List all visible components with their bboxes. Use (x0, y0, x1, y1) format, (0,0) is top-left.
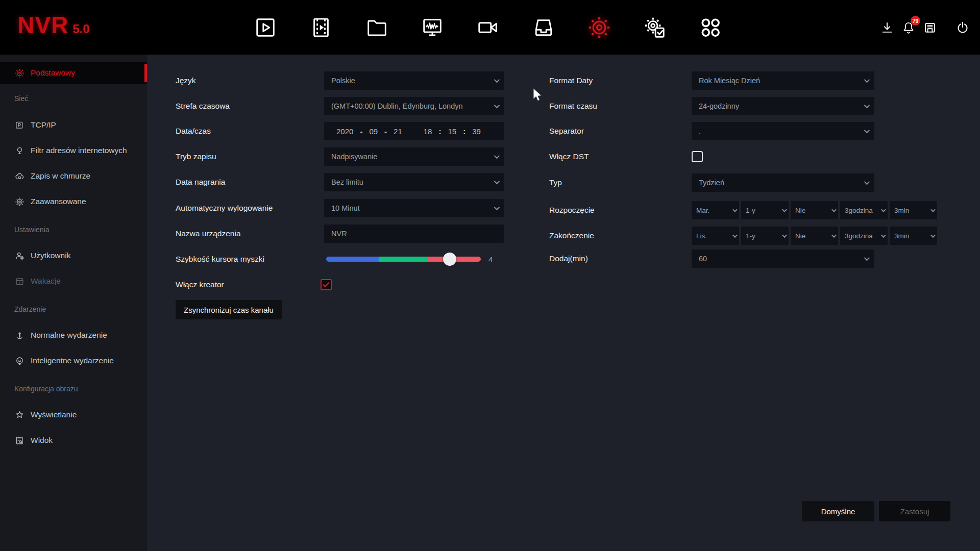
sidebar-item-zaawansowane[interactable]: Zaawansowane (0, 191, 147, 212)
dst-start-hour-select[interactable]: 3godzina (840, 201, 888, 219)
dst-start-month-value: Mar. (696, 207, 709, 214)
camera-icon[interactable] (476, 16, 500, 39)
chevron-down-icon (494, 205, 500, 210)
auto-logout-select[interactable]: 10 Minut (324, 199, 504, 217)
timezone-value: (GMT+00:00) Dublin, Edynburg, Londyn (331, 102, 463, 110)
notification-badge: 79 (911, 16, 920, 26)
dst-start-minute-select[interactable]: 3min (890, 201, 937, 219)
check-icon (322, 281, 330, 289)
time-format-select[interactable]: 24-godzinny (692, 97, 874, 115)
backup-device-icon[interactable] (923, 20, 937, 35)
sidebar-item-label: Wakacje (31, 277, 61, 286)
enable-dst-checkbox[interactable] (692, 151, 703, 162)
year-field[interactable]: 2020 (336, 127, 353, 136)
auto-logout-value: 10 Minut (331, 204, 360, 212)
settings-gear-icon[interactable] (587, 16, 611, 39)
record-mode-label: Tryb zapisu (176, 147, 216, 166)
gear-icon (14, 68, 25, 79)
month-field[interactable]: 09 (369, 127, 378, 136)
chevron-down-icon (782, 207, 787, 212)
sidebar-item-label: TCP/IP (31, 120, 56, 130)
maintenance-icon[interactable] (643, 16, 667, 39)
sidebar-item-wakacje[interactable]: Wakacje (0, 271, 147, 291)
person-event-icon (14, 330, 25, 341)
sidebar-item-inteligentne-wydarzenie[interactable]: Inteligentne wydarzenie (0, 350, 147, 371)
chevron-down-icon (831, 207, 837, 212)
sidebar-item-widok[interactable]: Widok (0, 430, 147, 450)
slider-segment-blue (326, 257, 379, 262)
sidebar-item-tcpip[interactable]: TCP/IP (0, 115, 147, 135)
sidebar-item-zapis-w-chmurze[interactable]: Zapis w chmurze (0, 166, 147, 186)
apply-button[interactable]: Zastosuj (879, 501, 950, 521)
dst-end-minute-select[interactable]: 3min (890, 227, 937, 245)
download-icon[interactable] (880, 20, 894, 35)
dst-type-label: Typ (549, 173, 562, 192)
dst-end-hour-value: 3godzina (845, 232, 873, 240)
storage-icon[interactable] (532, 16, 555, 39)
dst-end-day-select[interactable]: Nie (791, 227, 838, 245)
file-management-icon[interactable] (365, 16, 388, 39)
sidebar-item-wyswietlanie[interactable]: Wyświetlanie (0, 405, 147, 425)
power-icon[interactable] (955, 20, 970, 35)
record-days-select[interactable]: Bez limitu (324, 173, 504, 191)
sidebar-item-filtr-adresow[interactable]: Filtr adresów internetowych (0, 140, 147, 161)
sidebar-item-normalne-wydarzenie[interactable]: Normalne wydarzenie (0, 325, 147, 345)
language-select[interactable]: Polskie (324, 71, 504, 90)
sidebar-item-label: Widok (31, 436, 53, 445)
dst-type-value: Tydzień (699, 179, 724, 187)
user-icon (14, 251, 25, 261)
mouse-speed-label: Szybkość kursora myszki (176, 250, 264, 268)
sidebar: Podstawowy Sieć TCP/IP Filtr adresów int… (0, 55, 147, 551)
add-min-select[interactable]: 60 (692, 249, 874, 268)
mouse-speed-slider[interactable] (326, 257, 481, 262)
notification-bell-icon[interactable]: 79 (901, 20, 916, 35)
minute-field[interactable]: 15 (448, 127, 456, 136)
sync-channel-time-button[interactable]: Zsynchronizuj czas kanału (176, 300, 282, 319)
chevron-down-icon (782, 233, 787, 238)
device-name-label: Nazwa urządzenia (176, 224, 241, 243)
chevron-down-icon (494, 153, 500, 159)
live-view-icon[interactable] (254, 16, 277, 39)
chevron-down-icon (930, 233, 936, 238)
calendar-icon (14, 276, 25, 287)
main-nav (254, 16, 722, 39)
date-format-select[interactable]: Rok Miesiąc Dzień (692, 71, 874, 90)
chevron-down-icon (732, 233, 738, 238)
playback-icon[interactable] (309, 16, 333, 39)
chevron-down-icon (494, 77, 500, 83)
dst-type-select[interactable]: Tydzień (692, 173, 874, 192)
dst-end-week-select[interactable]: 1-y (741, 227, 789, 245)
timezone-select[interactable]: (GMT+00:00) Dublin, Edynburg, Londyn (324, 97, 504, 115)
section-siec: Sieć (14, 94, 28, 103)
smart-event-icon (14, 356, 25, 366)
chevron-down-icon (930, 207, 936, 212)
dst-end-month-select[interactable]: Lis. (692, 227, 739, 245)
advanced-gear-icon (14, 196, 25, 207)
record-mode-select[interactable]: Nadpisywanie (324, 147, 504, 166)
cloud-icon (14, 171, 25, 182)
datetime-field[interactable]: 2020 - 09 - 21 18 : 15 : 39 (324, 122, 504, 140)
dst-start-month-select[interactable]: Mar. (692, 201, 739, 219)
sidebar-item-uzytkownik[interactable]: Użytkownik (0, 245, 147, 266)
dst-end-hour-select[interactable]: 3godzina (840, 227, 888, 245)
channel-monitor-icon[interactable] (421, 16, 444, 39)
hour-field[interactable]: 18 (424, 127, 432, 136)
second-field[interactable]: 39 (472, 127, 481, 136)
sidebar-item-label: Zaawansowane (31, 197, 86, 206)
dst-end-label: Zakończenie (549, 227, 594, 245)
separator-select[interactable]: . (692, 122, 874, 140)
slider-segment-green (379, 257, 428, 262)
dst-end-month-value: Lis. (696, 232, 707, 240)
dst-start-week-value: 1-y (746, 207, 755, 214)
enable-wizard-checkbox[interactable] (321, 279, 332, 290)
day-field[interactable]: 21 (394, 127, 402, 136)
mouse-speed-knob[interactable] (443, 253, 456, 266)
sidebar-item-podstawowy[interactable]: Podstawowy (0, 62, 147, 84)
apps-grid-icon[interactable] (699, 16, 722, 39)
sidebar-item-label: Normalne wydarzenie (31, 331, 107, 340)
date-format-value: Rok Miesiąc Dzień (699, 77, 760, 85)
dst-start-week-select[interactable]: 1-y (741, 201, 789, 219)
device-name-input[interactable]: NVR (324, 224, 504, 243)
dst-start-day-select[interactable]: Nie (791, 201, 838, 219)
default-button[interactable]: Domyślne (802, 501, 874, 521)
